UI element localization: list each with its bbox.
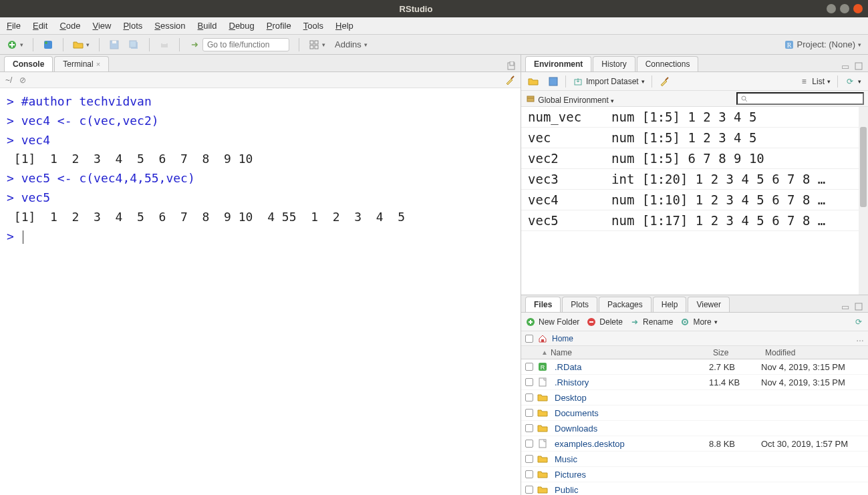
popout-icon[interactable]	[853, 61, 864, 71]
file-checkbox[interactable]	[525, 393, 533, 401]
new-folder-button[interactable]: New Folder	[525, 317, 579, 327]
menu-help[interactable]: Help	[335, 21, 353, 31]
tab-environment[interactable]: Environment	[525, 56, 591, 71]
column-name-header[interactable]: ▲Name	[537, 348, 709, 357]
file-link[interactable]: Pictures	[555, 470, 586, 480]
file-checkbox[interactable]	[525, 470, 533, 478]
column-size-header[interactable]: Size	[709, 348, 761, 357]
home-icon[interactable]	[537, 333, 548, 344]
tab-connections[interactable]: Connections	[637, 56, 699, 71]
new-file-button[interactable]: ▾	[4, 38, 26, 51]
popout-icon[interactable]	[853, 301, 864, 312]
tab-terminal[interactable]: Terminal×	[54, 56, 109, 71]
file-row[interactable]: .Rhistory11.4 KBNov 4, 2019, 3:15 PM	[521, 375, 868, 390]
tab-packages[interactable]: Packages	[599, 297, 652, 312]
addins-button[interactable]: Addins ▾	[332, 38, 370, 51]
file-link[interactable]: .RData	[555, 362, 581, 372]
new-project-button[interactable]	[40, 38, 56, 51]
menu-code[interactable]: Code	[59, 21, 80, 31]
file-checkbox[interactable]	[525, 424, 533, 432]
file-list[interactable]: R.RData2.7 KBNov 4, 2019, 3:15 PM.Rhisto…	[521, 359, 868, 495]
print-button[interactable]	[156, 38, 172, 51]
clear-workspace-button[interactable]	[656, 75, 672, 88]
env-row[interactable]: vec4num [1:10] 1 2 3 4 5 6 7 8 …	[521, 190, 868, 210]
file-checkbox[interactable]	[525, 440, 533, 448]
tab-console[interactable]: Console	[4, 56, 53, 71]
file-row[interactable]: Public	[521, 482, 868, 495]
save-all-button[interactable]	[126, 38, 142, 51]
list-view-button[interactable]: ≡ List ▾	[796, 75, 833, 88]
file-row[interactable]: Documents	[521, 405, 868, 421]
menu-tools[interactable]: Tools	[303, 21, 323, 31]
import-dataset-button[interactable]: Import Dataset ▾	[570, 75, 647, 88]
file-checkbox[interactable]	[525, 486, 533, 494]
menu-plots[interactable]: Plots	[123, 21, 142, 31]
environment-table[interactable]: num_vecnum [1:5] 1 2 3 4 5vecnum [1:5] 1…	[521, 107, 868, 295]
project-menu[interactable]: R Project: (None) ▾	[781, 38, 864, 51]
env-row[interactable]: vecnum [1:5] 1 2 3 4 5	[521, 128, 868, 148]
file-row[interactable]: examples.desktop8.8 KBOct 30, 2019, 1:57…	[521, 436, 868, 452]
tab-plots[interactable]: Plots	[562, 297, 597, 312]
rename-button[interactable]: ➜ Rename	[629, 317, 673, 327]
menu-build[interactable]: Build	[198, 21, 217, 31]
file-row[interactable]: Desktop	[521, 390, 868, 405]
load-workspace-button[interactable]	[525, 75, 541, 88]
refresh-icon[interactable]: ⟳	[853, 317, 864, 327]
file-link[interactable]: Downloads	[555, 424, 597, 434]
file-link[interactable]: examples.desktop	[555, 439, 625, 449]
breadcrumb-home[interactable]: Home	[552, 334, 573, 343]
refresh-button[interactable]: ⟳▾	[842, 75, 864, 88]
file-checkbox[interactable]	[525, 378, 533, 386]
menu-file[interactable]: File	[7, 21, 21, 31]
open-file-button[interactable]: ▾	[70, 38, 92, 51]
column-modified-header[interactable]: Modified	[761, 348, 868, 357]
scope-selector[interactable]: Global Environment ▾	[525, 93, 614, 105]
menu-debug[interactable]: Debug	[229, 21, 255, 31]
file-row[interactable]: Downloads	[521, 421, 868, 436]
file-link[interactable]: .Rhistory	[555, 377, 589, 387]
tab-files[interactable]: Files	[525, 297, 561, 312]
goto-function-button[interactable]: ➜	[186, 37, 292, 53]
grid-button[interactable]: ▾	[306, 38, 328, 51]
file-row[interactable]: R.RData2.7 KBNov 4, 2019, 3:15 PM	[521, 359, 868, 375]
window-maximize-button[interactable]	[840, 4, 849, 13]
tab-help[interactable]: Help	[653, 297, 687, 312]
broom-icon[interactable]	[504, 75, 515, 86]
file-link[interactable]: Music	[555, 454, 577, 464]
save-workspace-button[interactable]	[545, 75, 561, 88]
tab-history[interactable]: History	[593, 56, 635, 71]
save-button[interactable]	[106, 38, 122, 51]
minimize-icon[interactable]: ▭	[840, 61, 851, 71]
file-row[interactable]: Pictures	[521, 467, 868, 482]
file-link[interactable]: Documents	[555, 408, 599, 418]
window-close-button[interactable]	[853, 4, 863, 13]
more-path-icon[interactable]: …	[856, 334, 864, 343]
env-row[interactable]: vec2num [1:5] 6 7 8 9 10	[521, 148, 868, 169]
popout-icon[interactable]	[506, 61, 517, 71]
env-row[interactable]: vec5num [1:17] 1 2 3 4 5 6 7 8 …	[521, 210, 868, 231]
tab-viewer[interactable]: Viewer	[688, 297, 729, 312]
goto-file-input[interactable]	[202, 38, 289, 51]
delete-button[interactable]: Delete	[586, 317, 623, 327]
window-minimize-button[interactable]	[827, 4, 836, 13]
file-checkbox[interactable]	[525, 455, 533, 463]
file-row[interactable]: Music	[521, 452, 868, 467]
file-checkbox[interactable]	[525, 363, 533, 371]
more-button[interactable]: More ▾	[680, 317, 717, 327]
menu-view[interactable]: View	[92, 21, 111, 31]
file-checkbox[interactable]	[525, 409, 533, 417]
menu-profile[interactable]: Profile	[267, 21, 291, 31]
env-row[interactable]: vec3int [1:20] 1 2 3 4 5 6 7 8 …	[521, 169, 868, 190]
file-link[interactable]: Desktop	[555, 393, 587, 403]
menu-edit[interactable]: Edit	[33, 21, 47, 31]
menu-session[interactable]: Session	[154, 21, 185, 31]
env-search-input[interactable]	[736, 92, 864, 105]
file-link[interactable]: Public	[555, 485, 578, 495]
phi-icon[interactable]: ⊘	[17, 75, 28, 86]
close-icon[interactable]: ×	[96, 60, 100, 68]
env-row[interactable]: num_vecnum [1:5] 1 2 3 4 5	[521, 107, 868, 128]
scrollbar[interactable]	[859, 107, 868, 295]
console-output[interactable]: > #author techvidvan> vec4 <- c(vec,vec2…	[0, 88, 521, 495]
minimize-icon[interactable]: ▭	[840, 301, 851, 312]
select-all-checkbox[interactable]	[525, 335, 533, 343]
